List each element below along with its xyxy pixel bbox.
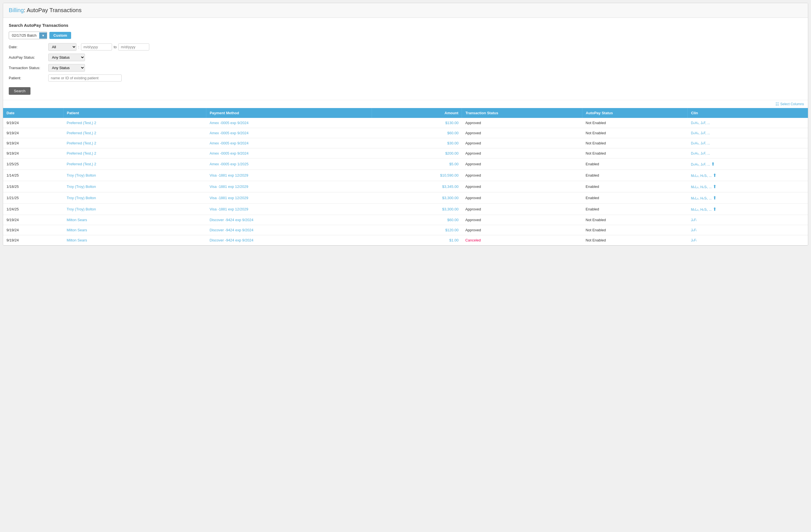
col-header-payment: Payment Method: [206, 108, 372, 118]
table-row: 1/18/25 Troy (Troy) Bolton Visa -1881 ex…: [3, 181, 808, 192]
cell-patient[interactable]: Preferred (Test,) 2: [63, 118, 206, 128]
export-icon[interactable]: ⬆: [713, 184, 717, 189]
batch-row: 02/17/25 Batch ▼ Custom: [9, 32, 802, 39]
payment-link[interactable]: Discover -9424 exp 9/2024: [210, 218, 254, 222]
select-columns-label: Select Columns: [780, 102, 804, 106]
date-to-input[interactable]: [118, 44, 149, 50]
patient-link[interactable]: Troy (Troy) Bolton: [66, 196, 96, 200]
cell-payment[interactable]: Visa -1881 exp 12/2029: [206, 192, 372, 204]
export-icon[interactable]: ⬆: [713, 173, 717, 178]
cell-patient[interactable]: Preferred (Test,) 2: [63, 138, 206, 148]
page-title: Billing: AutoPay Transactions: [9, 7, 802, 14]
autopay-status-select[interactable]: Any Status: [48, 53, 85, 61]
select-columns-button[interactable]: ☷ Select Columns: [776, 102, 804, 106]
payment-link[interactable]: Amex -0005 exp 9/2024: [210, 121, 249, 125]
cell-patient[interactable]: Preferred (Test,) 2: [63, 148, 206, 158]
cell-payment[interactable]: Visa -1881 exp 12/2029: [206, 204, 372, 215]
cell-patient[interactable]: Milton Sears: [63, 235, 206, 246]
cell-autopay-status: Enabled: [582, 170, 687, 181]
patient-link[interactable]: Troy (Troy) Bolton: [66, 173, 96, 177]
cell-autopay-status: Enabled: [582, 158, 687, 170]
patient-link[interactable]: Preferred (Test,) 2: [66, 162, 96, 166]
cell-date: 1/18/25: [3, 181, 63, 192]
custom-button[interactable]: Custom: [49, 32, 71, 39]
cell-payment[interactable]: Amex -0005 exp 1/2025: [206, 158, 372, 170]
patient-link[interactable]: Troy (Troy) Bolton: [66, 185, 96, 189]
patient-link[interactable]: Troy (Troy) Bolton: [66, 207, 96, 211]
cell-patient[interactable]: Troy (Troy) Bolton: [63, 181, 206, 192]
patient-link[interactable]: Preferred (Test,) 2: [66, 121, 96, 125]
cell-payment[interactable]: Amex -0005 exp 9/2024: [206, 128, 372, 138]
cell-amount: $60.00: [372, 215, 462, 225]
cell-payment[interactable]: Discover -9424 exp 9/2024: [206, 235, 372, 246]
cell-transaction-status: Approved: [462, 192, 582, 204]
cell-autopay-status: Enabled: [582, 181, 687, 192]
cell-autopay-status: Enabled: [582, 204, 687, 215]
cell-date: 9/19/24: [3, 235, 63, 246]
cell-clin: D₀H₀, J₀F, ...: [687, 138, 808, 148]
cell-payment[interactable]: Amex -0005 exp 9/2024: [206, 138, 372, 148]
cell-date: 9/19/24: [3, 225, 63, 235]
date-select[interactable]: All: [48, 43, 76, 51]
payment-link[interactable]: Amex -0005 exp 1/2025: [210, 162, 249, 166]
cell-patient[interactable]: Preferred (Test,) 2: [63, 158, 206, 170]
cell-patient[interactable]: Milton Sears: [63, 225, 206, 235]
payment-link[interactable]: Visa -1881 exp 12/2029: [210, 173, 248, 177]
date-to-label: to: [114, 45, 117, 49]
cell-payment[interactable]: Visa -1881 exp 12/2029: [206, 181, 372, 192]
cell-patient[interactable]: Troy (Troy) Bolton: [63, 170, 206, 181]
date-row: Date: All : to: [9, 43, 802, 51]
patient-link[interactable]: Preferred (Test,) 2: [66, 151, 96, 155]
payment-link[interactable]: Visa -1881 exp 12/2029: [210, 185, 248, 189]
billing-prefix: Billing: [9, 7, 24, 13]
cell-payment[interactable]: Discover -9424 exp 9/2024: [206, 215, 372, 225]
search-heading: Search AutoPay Transactions: [9, 23, 802, 28]
batch-dropdown[interactable]: 02/17/25 Batch ▼: [9, 32, 47, 39]
patient-link[interactable]: Milton Sears: [66, 238, 87, 242]
payment-link[interactable]: Visa -1881 exp 12/2029: [210, 207, 248, 211]
export-icon[interactable]: ⬆: [711, 161, 715, 167]
export-icon[interactable]: ⬆: [713, 206, 717, 212]
payment-link[interactable]: Visa -1881 exp 12/2029: [210, 196, 248, 200]
payment-link[interactable]: Discover -9424 exp 9/2024: [210, 228, 254, 232]
batch-dropdown-arrow[interactable]: ▼: [39, 32, 47, 38]
cell-payment[interactable]: Amex -0005 exp 9/2024: [206, 148, 372, 158]
date-colon: :: [78, 45, 79, 49]
cell-patient[interactable]: Troy (Troy) Bolton: [63, 204, 206, 215]
table-row: 1/25/25 Preferred (Test,) 2 Amex -0005 e…: [3, 158, 808, 170]
patient-link[interactable]: Preferred (Test,) 2: [66, 131, 96, 135]
table-toolbar: ☷ Select Columns: [3, 100, 808, 108]
payment-link[interactable]: Amex -0005 exp 9/2024: [210, 141, 249, 145]
cell-payment[interactable]: Visa -1881 exp 12/2029: [206, 170, 372, 181]
transaction-status-select[interactable]: Any Status: [48, 64, 85, 72]
patient-input[interactable]: [48, 75, 122, 81]
cell-amount: $200.00: [372, 148, 462, 158]
cell-autopay-status: Not Enabled: [582, 118, 687, 128]
page-header: Billing: AutoPay Transactions: [3, 3, 808, 18]
payment-link[interactable]: Discover -9424 exp 9/2024: [210, 238, 254, 242]
cell-amount: $30.00: [372, 138, 462, 148]
payment-link[interactable]: Amex -0005 exp 9/2024: [210, 131, 249, 135]
cell-payment[interactable]: Discover -9424 exp 9/2024: [206, 225, 372, 235]
cell-payment[interactable]: Amex -0005 exp 9/2024: [206, 118, 372, 128]
patient-link[interactable]: Preferred (Test,) 2: [66, 141, 96, 145]
search-button[interactable]: Search: [9, 87, 30, 95]
col-header-patient: Patient: [63, 108, 206, 118]
col-header-date: Date: [3, 108, 63, 118]
patient-link[interactable]: Milton Sears: [66, 228, 87, 232]
cell-patient[interactable]: Preferred (Test,) 2: [63, 128, 206, 138]
cell-patient[interactable]: Milton Sears: [63, 215, 206, 225]
payment-link[interactable]: Amex -0005 exp 9/2024: [210, 151, 249, 155]
cell-clin: J₀Fᵢ: [687, 215, 808, 225]
cell-transaction-status: Approved: [462, 128, 582, 138]
table-row: 9/19/24 Preferred (Test,) 2 Amex -0005 e…: [3, 128, 808, 138]
date-from-input[interactable]: [81, 44, 112, 50]
cell-date: 1/21/25: [3, 192, 63, 204]
export-icon[interactable]: ⬆: [713, 195, 717, 201]
cell-clin: M₀L₀, H₀Sᵢ, ... ⬆: [687, 204, 808, 215]
patient-link[interactable]: Milton Sears: [66, 218, 87, 222]
table-row: 9/19/24 Preferred (Test,) 2 Amex -0005 e…: [3, 148, 808, 158]
table-row: 9/19/24 Milton Sears Discover -9424 exp …: [3, 235, 808, 246]
table-row: 1/24/25 Troy (Troy) Bolton Visa -1881 ex…: [3, 204, 808, 215]
cell-patient[interactable]: Troy (Troy) Bolton: [63, 192, 206, 204]
